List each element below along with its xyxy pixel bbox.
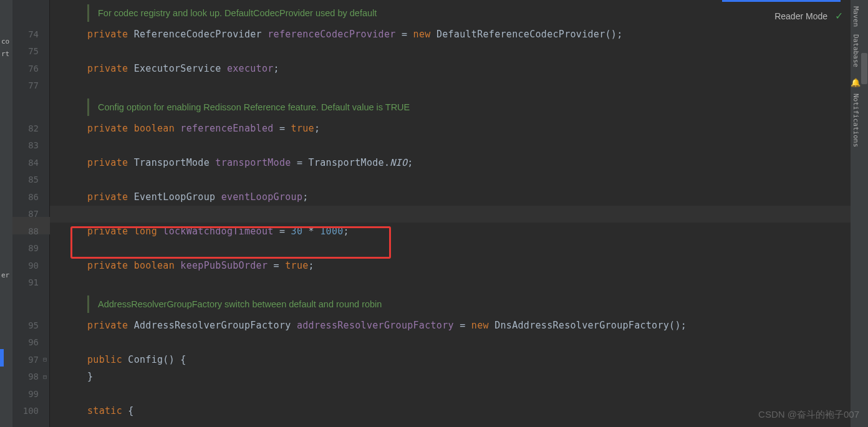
line-number[interactable]: 87 xyxy=(15,209,46,219)
scrollbar-thumb[interactable] xyxy=(861,53,867,84)
code-line[interactable]: 77 xyxy=(50,77,851,95)
code-content[interactable]: private boolean referenceEnabled = true; xyxy=(50,123,320,134)
code-line[interactable]: 88private long lockWatchdogTimeout = 30 … xyxy=(50,223,851,240)
line-number[interactable]: 83 xyxy=(15,140,46,150)
reader-mode-toggle[interactable]: Reader Mode xyxy=(774,11,827,21)
javadoc-comment: AddressResolverGroupFactory switch betwe… xyxy=(87,295,390,313)
line-number[interactable]: 91 xyxy=(15,277,46,287)
fold-toggle-icon[interactable]: ⊟ xyxy=(43,356,51,363)
code-token: referenceCodecProvider xyxy=(268,29,395,40)
code-token: * xyxy=(302,226,320,237)
gutter-breakpoint-mark[interactable] xyxy=(0,349,4,367)
code-token: private xyxy=(87,226,134,237)
fold-toggle-icon[interactable]: ⊟ xyxy=(43,373,51,380)
vertical-scrollbar[interactable] xyxy=(861,0,868,427)
code-line[interactable]: 97public Config() {⊟ xyxy=(50,351,851,368)
inspection-ok-icon[interactable]: ✓ xyxy=(835,10,843,22)
line-number[interactable]: 84 xyxy=(15,158,46,168)
editor-top-right-controls: Reader Mode ✓ xyxy=(774,10,843,22)
code-token: private xyxy=(87,123,134,134)
left-strip-label: co xyxy=(1,37,9,46)
code-content[interactable]: private ReferenceCodecProvider reference… xyxy=(50,29,622,40)
code-token: ; xyxy=(309,260,314,271)
line-number[interactable]: 86 xyxy=(15,192,46,202)
code-token: lockWatchdogTimeout xyxy=(163,226,273,237)
code-line[interactable]: 74private ReferenceCodecProvider referen… xyxy=(50,26,851,43)
code-line[interactable]: 82private boolean referenceEnabled = tru… xyxy=(50,120,851,137)
line-number[interactable]: 96 xyxy=(15,337,46,347)
code-line[interactable]: 83 xyxy=(50,137,851,155)
code-token: referenceEnabled xyxy=(180,123,273,134)
bell-icon[interactable]: 🔔 xyxy=(851,78,861,87)
code-token: private xyxy=(87,63,134,74)
line-number[interactable]: 85 xyxy=(15,175,46,185)
code-content[interactable]: static { xyxy=(50,405,134,416)
code-token: TransportMode xyxy=(134,157,216,168)
code-token: new xyxy=(413,29,436,40)
code-line[interactable]: 90private boolean keepPubSubOrder = true… xyxy=(50,257,851,274)
code-token: AddressResolverGroupFactory xyxy=(134,320,297,331)
line-number[interactable]: 77 xyxy=(15,80,46,90)
right-tool-window-strip[interactable]: Maven Database 🔔 Notifications xyxy=(851,0,861,427)
code-line[interactable]: 89 xyxy=(50,240,851,257)
code-line[interactable]: 98}⊟ xyxy=(50,368,851,386)
code-line[interactable]: 86private EventLoopGroup eventLoopGroup; xyxy=(50,188,851,206)
code-editor[interactable]: For codec registry and look up. DefaultC… xyxy=(50,0,851,427)
code-line[interactable]: 96 xyxy=(50,334,851,352)
line-number[interactable]: 74 xyxy=(15,29,46,39)
code-content[interactable]: } xyxy=(50,371,93,382)
code-token: EventLoopGroup xyxy=(134,191,221,203)
code-content[interactable]: private TransportMode transportMode = Tr… xyxy=(50,157,413,168)
line-number[interactable]: 82 xyxy=(15,123,46,133)
code-token: DefaultReferenceCodecProvider(); xyxy=(436,29,623,40)
code-token: private xyxy=(87,320,134,331)
code-content[interactable]: private ExecutorService executor; xyxy=(50,63,279,74)
code-content[interactable]: private AddressResolverGroupFactory addr… xyxy=(50,320,687,331)
javadoc-comment: For codec registry and look up. DefaultC… xyxy=(87,4,385,22)
code-token: ; xyxy=(314,123,320,134)
database-tool-button[interactable]: Database xyxy=(851,33,861,69)
code-token: ; xyxy=(407,157,413,168)
maven-tool-button[interactable]: Maven xyxy=(851,5,861,28)
code-token: private xyxy=(87,191,134,203)
code-line[interactable]: 76private ExecutorService executor; xyxy=(50,60,851,77)
code-token: addressResolverGroupFactory xyxy=(297,320,454,331)
code-token: private xyxy=(87,157,134,168)
line-number[interactable]: 89 xyxy=(15,243,46,253)
code-line[interactable]: 87 xyxy=(50,206,851,223)
code-line[interactable]: 84private TransportMode transportMode = … xyxy=(50,154,851,171)
line-number[interactable]: 75 xyxy=(15,46,46,56)
code-token: = xyxy=(454,320,471,331)
code-token: public xyxy=(87,354,128,365)
code-token: boolean xyxy=(134,123,181,134)
line-number[interactable]: 98 xyxy=(15,372,46,381)
code-content[interactable]: public Config() { xyxy=(50,354,186,365)
code-token: Config xyxy=(128,354,163,365)
line-number[interactable]: 97 xyxy=(15,355,46,365)
code-token: 30 xyxy=(291,226,303,237)
code-token: private xyxy=(87,29,134,40)
line-number[interactable]: 95 xyxy=(15,320,46,330)
code-line[interactable]: 85 xyxy=(50,171,851,189)
code-line[interactable]: 95private AddressResolverGroupFactory ad… xyxy=(50,317,851,334)
code-token: new xyxy=(471,320,494,331)
line-number[interactable]: 100 xyxy=(15,406,46,416)
line-number[interactable]: 90 xyxy=(15,261,46,271)
code-line[interactable]: 91 xyxy=(50,274,851,292)
code-token: = xyxy=(274,123,291,134)
notifications-tool-button[interactable]: Notifications xyxy=(851,92,861,148)
line-number[interactable]: 99 xyxy=(15,389,46,399)
code-token: true xyxy=(291,123,314,134)
code-content[interactable]: private EventLoopGroup eventLoopGroup; xyxy=(50,191,309,203)
line-number[interactable]: 76 xyxy=(15,64,46,74)
line-number[interactable]: 88 xyxy=(15,226,46,236)
code-content[interactable]: private boolean keepPubSubOrder = true; xyxy=(50,260,314,271)
code-token: = xyxy=(274,226,291,237)
code-token: = xyxy=(268,260,285,271)
code-line[interactable]: 100static { xyxy=(50,403,851,420)
code-content[interactable]: private long lockWatchdogTimeout = 30 * … xyxy=(50,226,349,237)
code-token: () { xyxy=(163,354,186,365)
code-token: { xyxy=(128,405,133,416)
code-line[interactable]: 75 xyxy=(50,43,851,60)
code-line[interactable]: 99 xyxy=(50,385,851,403)
